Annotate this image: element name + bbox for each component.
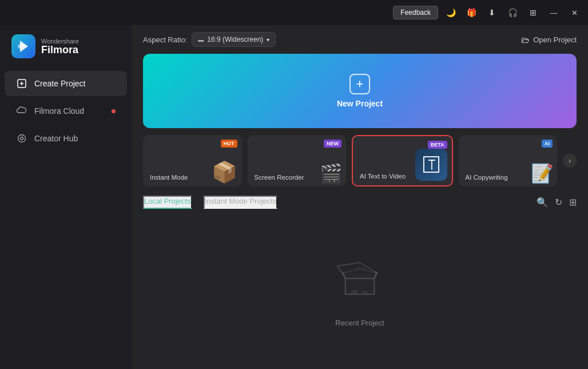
empty-state-label: Recent Project <box>335 319 384 327</box>
new-project-banner[interactable]: + New Project <box>143 54 577 128</box>
ai-text-video-art: 🅃 <box>415 149 447 181</box>
creator-hub-icon <box>16 133 27 144</box>
content-topbar: Aspect Ratio: ▬ 16:9 (Widescreen) ▾ 🗁 Op… <box>132 25 588 54</box>
hot-badge: HOT <box>221 140 237 148</box>
svg-point-6 <box>21 137 23 140</box>
feature-card-ai-text-to-video[interactable]: BETA 🅃 AI Text to Video <box>352 135 453 187</box>
aspect-ratio-control: Aspect Ratio: ▬ 16:9 (Widescreen) ▾ <box>143 32 276 47</box>
svg-rect-8 <box>362 291 368 294</box>
cards-nav-arrow[interactable]: › <box>563 154 577 168</box>
close-button[interactable]: ✕ <box>566 5 582 21</box>
feature-card-label: AI Copywriting <box>466 174 508 181</box>
minimize-button[interactable]: — <box>546 5 562 21</box>
screen-recorder-art: 🎬 <box>320 162 343 184</box>
open-project-button[interactable]: 🗁 Open Project <box>521 35 577 45</box>
tab-instant-mode-projects[interactable]: Instant Mode Projects <box>204 196 278 209</box>
feature-card-ai-copywriting[interactable]: AI 📝 AI Copywriting <box>459 135 558 187</box>
ai-copywriting-art: 📝 <box>531 162 554 184</box>
sidebar-item-create-project[interactable]: Create Project <box>5 71 127 96</box>
new-badge: NEW <box>324 140 341 148</box>
cloud-icon <box>16 105 27 117</box>
tab-local-projects[interactable]: Local Projects <box>143 196 192 209</box>
svg-rect-7 <box>351 290 358 293</box>
grid-view-icon[interactable]: ⊞ <box>569 197 577 208</box>
new-project-plus-icon: + <box>349 74 370 94</box>
open-project-label: Open Project <box>533 35 577 44</box>
headset-icon[interactable]: 🎧 <box>504 5 521 21</box>
brand-name-bottom: Filmora <box>41 45 79 55</box>
projects-header: Local Projects Instant Mode Projects 🔍 ↻… <box>132 196 588 215</box>
sidebar-item-label: Creator Hub <box>34 134 78 143</box>
sidebar-item-creator-hub[interactable]: Creator Hub <box>5 126 127 151</box>
main-layout: Wondershare Filmora Create Project Filmo… <box>0 25 588 369</box>
aspect-ratio-chevron-icon: ▾ <box>267 37 269 43</box>
refresh-icon[interactable]: ↻ <box>555 197 562 208</box>
sidebar-item-label: Create Project <box>34 79 85 88</box>
notification-dot <box>112 109 116 113</box>
feature-card-label: AI Text to Video <box>360 173 406 180</box>
feedback-button[interactable]: Feedback <box>393 6 438 19</box>
projects-actions: 🔍 ↻ ⊞ <box>537 197 577 208</box>
feature-card-instant-mode[interactable]: HOT 📦 Instant Mode <box>143 135 242 187</box>
main-content: Aspect Ratio: ▬ 16:9 (Widescreen) ▾ 🗁 Op… <box>132 25 588 369</box>
aspect-ratio-label: Aspect Ratio: <box>143 35 187 44</box>
theme-toggle-icon[interactable]: 🌙 <box>443 5 459 21</box>
new-project-label: New Project <box>337 99 383 108</box>
sidebar-item-filmora-cloud[interactable]: Filmora Cloud <box>5 98 127 124</box>
create-project-icon <box>16 78 27 89</box>
beta-badge: BETA <box>428 141 447 149</box>
feature-card-label: Screen Recorder <box>255 174 304 181</box>
instant-mode-art: 📦 <box>212 160 237 184</box>
svg-point-5 <box>18 135 26 142</box>
gift-icon[interactable]: 🎁 <box>463 5 479 21</box>
titlebar: Feedback 🌙 🎁 ⬇ 🎧 ⊞ — ✕ <box>0 0 588 25</box>
download-icon[interactable]: ⬇ <box>484 5 500 21</box>
feature-card-label: Instant Mode <box>150 174 188 181</box>
sidebar-item-label: Filmora Cloud <box>34 106 84 116</box>
empty-box-icon <box>337 257 383 312</box>
sidebar: Wondershare Filmora Create Project Filmo… <box>0 25 132 369</box>
aspect-ratio-select[interactable]: ▬ 16:9 (Widescreen) ▾ <box>192 32 276 47</box>
empty-state: Recent Project <box>132 215 588 369</box>
feature-card-screen-recorder[interactable]: NEW 🎬 Screen Recorder <box>248 135 347 187</box>
folder-icon: 🗁 <box>521 35 530 45</box>
logo-icon <box>11 34 35 58</box>
aspect-ratio-value: 16:9 (Widescreen) <box>207 35 263 43</box>
logo-text-area: Wondershare Filmora <box>41 38 79 55</box>
svg-point-1 <box>18 44 22 49</box>
feature-cards-row: HOT 📦 Instant Mode NEW 🎬 Screen Recorder… <box>132 135 588 187</box>
grid-icon[interactable]: ⊞ <box>525 5 541 21</box>
search-icon[interactable]: 🔍 <box>537 197 548 208</box>
ai-badge: AI <box>542 140 553 148</box>
logo-area: Wondershare Filmora <box>0 25 132 70</box>
